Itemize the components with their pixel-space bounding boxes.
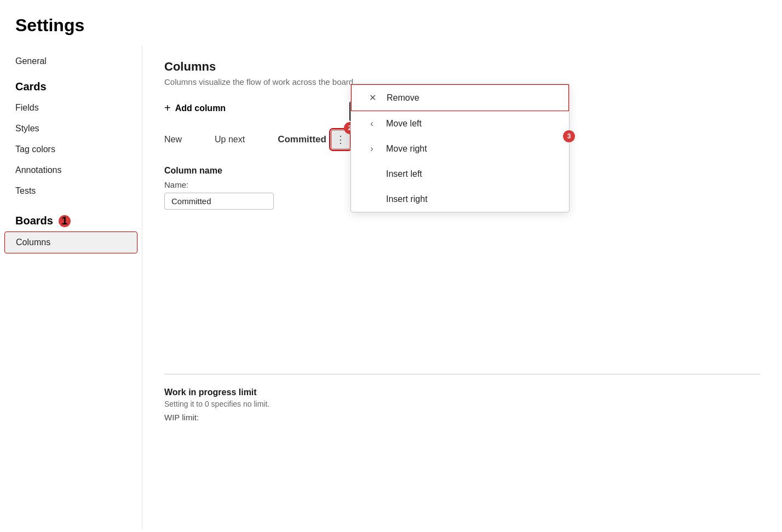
- sidebar: General Cards Fields Styles Tag colors A…: [0, 47, 142, 529]
- dropdown-item-insert-right[interactable]: Insert right: [351, 187, 569, 212]
- dropdown-badge-3: 3: [563, 130, 575, 142]
- sidebar-item-general[interactable]: General: [0, 51, 142, 72]
- name-input[interactable]: [164, 193, 274, 210]
- sidebar-item-annotations[interactable]: Annotations: [0, 160, 142, 181]
- dropdown-item-remove[interactable]: ✕ Remove: [351, 84, 569, 111]
- dropdown-move-right-label: Move right: [386, 144, 427, 154]
- sidebar-item-styles[interactable]: Styles: [0, 118, 142, 139]
- sidebar-item-tag-colors[interactable]: Tag colors: [0, 139, 142, 160]
- col-divider: [164, 374, 760, 374]
- dropdown-item-move-left[interactable]: ‹ Move left 3: [351, 111, 569, 136]
- dropdown-remove-label: Remove: [387, 93, 419, 103]
- columns-section-title: Columns: [164, 60, 760, 74]
- dropdown-item-move-right[interactable]: › Move right: [351, 136, 569, 161]
- add-column-button[interactable]: + Add column: [164, 102, 226, 114]
- wip-limit-label: WIP limit:: [164, 413, 760, 422]
- sidebar-item-tests[interactable]: Tests: [0, 181, 142, 201]
- wip-section: Work in progress limit Setting it to 0 s…: [164, 388, 760, 422]
- dropdown-item-insert-left[interactable]: Insert left: [351, 161, 569, 187]
- sidebar-item-fields[interactable]: Fields: [0, 97, 142, 118]
- page-title: Settings: [0, 0, 782, 47]
- wip-title: Work in progress limit: [164, 388, 760, 397]
- column-options-dropdown: ✕ Remove ‹ Move left 3 › Move right Inse…: [350, 84, 570, 212]
- col-label-committed: Committed: [278, 134, 326, 145]
- col-label-new: New: [164, 135, 182, 144]
- committed-col-wrapper: Committed 2 ⋮ Column options menu: [278, 130, 350, 149]
- sidebar-item-columns[interactable]: Columns: [4, 232, 137, 253]
- add-column-label: Add column: [175, 103, 226, 113]
- move-left-icon: ‹: [366, 119, 377, 129]
- dropdown-insert-right-label: Insert right: [386, 194, 428, 204]
- col-label-up-next: Up next: [215, 135, 245, 144]
- boards-section-label: Boards: [15, 215, 53, 227]
- sidebar-section-boards: Boards 1: [0, 201, 142, 232]
- main-content: Columns Columns visualize the flow of wo…: [142, 47, 782, 529]
- dropdown-move-left-label: Move left: [386, 119, 422, 129]
- sidebar-section-cards: Cards: [0, 72, 142, 97]
- dropdown-insert-left-label: Insert left: [386, 169, 422, 179]
- move-right-icon: ›: [366, 144, 377, 154]
- wip-desc: Setting it to 0 specifies no limit.: [164, 400, 760, 408]
- boards-badge: 1: [59, 215, 71, 227]
- plus-icon: +: [164, 102, 171, 114]
- remove-icon: ✕: [367, 92, 378, 103]
